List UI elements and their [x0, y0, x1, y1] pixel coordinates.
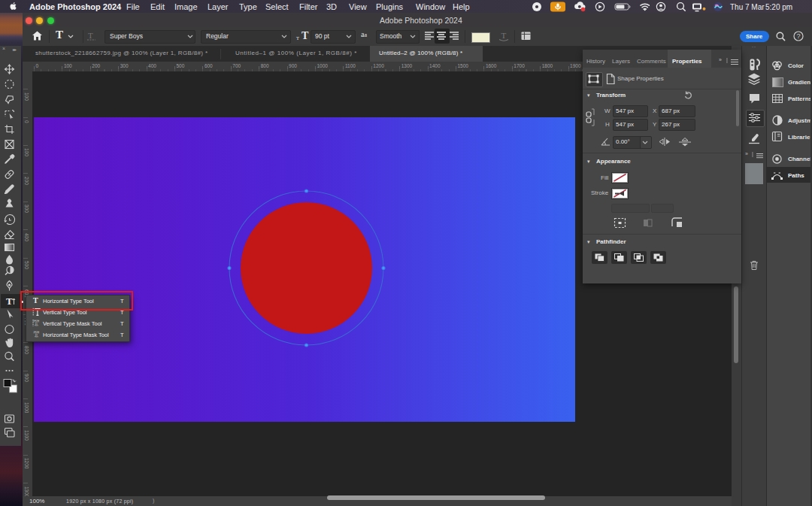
svg-text:T: T	[88, 31, 93, 40]
svg-text:T: T	[34, 330, 39, 338]
svg-text:?: ?	[797, 32, 801, 40]
svg-text:T: T	[6, 295, 13, 307]
svg-text:T: T	[501, 31, 506, 40]
svg-text:T: T	[34, 319, 39, 327]
